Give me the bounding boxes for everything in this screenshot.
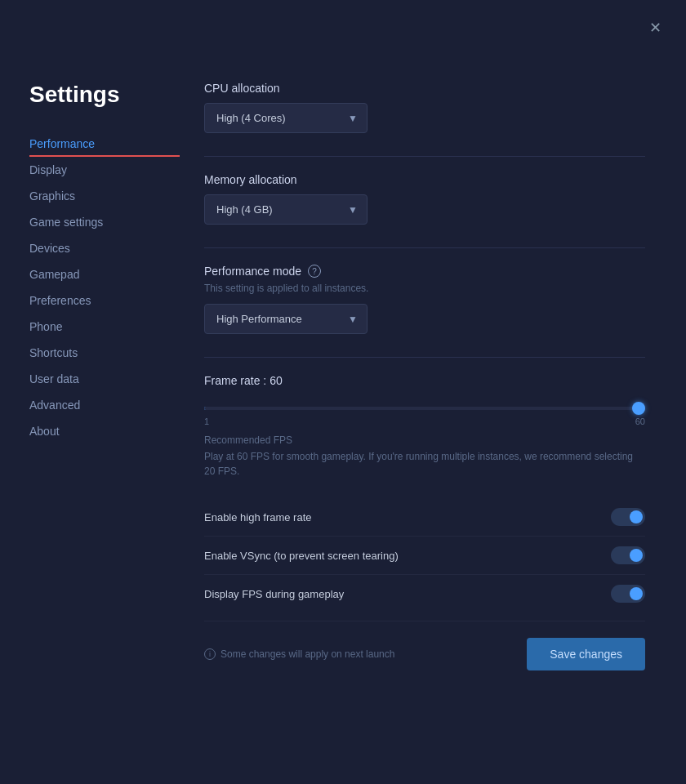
performance-mode-hint: This setting is applied to all instances… [204, 283, 645, 294]
cpu-allocation-select[interactable]: Low (1 Core) Medium (2 Cores) High (4 Co… [204, 103, 368, 133]
frame-rate-slider[interactable] [204, 407, 645, 410]
performance-mode-select-wrapper: Power Saving Balanced High Performance U… [204, 304, 368, 334]
cpu-allocation-section: CPU allocation Low (1 Core) Medium (2 Co… [204, 82, 645, 133]
notice-label: Some changes will apply on next launch [220, 648, 394, 660]
cpu-allocation-label: CPU allocation [204, 82, 645, 95]
sidebar-item-phone[interactable]: Phone [29, 314, 180, 340]
memory-allocation-label: Memory allocation [204, 173, 645, 186]
memory-allocation-select[interactable]: Low (1 GB) Medium (2 GB) High (4 GB) Ver… [204, 194, 368, 225]
frame-rate-section: Frame rate : 60 1 60 Recommended FPS Pla… [204, 374, 645, 479]
toggle-label-vsync: Enable VSync (to prevent screen tearing) [204, 550, 399, 562]
notice-icon: i [204, 648, 216, 660]
settings-container: Settings Performance Display Graphics Ga… [0, 0, 686, 784]
cpu-allocation-select-wrapper: Low (1 Core) Medium (2 Cores) High (4 Co… [204, 103, 368, 133]
sidebar-item-devices[interactable]: Devices [29, 235, 180, 261]
toggles-section: Enable high frame rate Enable VSync (to … [204, 498, 645, 612]
fps-recommended-title: Recommended FPS [204, 434, 645, 446]
help-icon[interactable]: ? [308, 265, 321, 278]
toggle-high-frame-rate[interactable] [611, 508, 645, 526]
slider-min-label: 1 [204, 416, 209, 426]
toggle-label-display-fps: Display FPS during gameplay [204, 588, 344, 600]
toggle-label-high-frame-rate: Enable high frame rate [204, 511, 312, 523]
performance-mode-label-text: Performance mode [204, 265, 301, 278]
toggle-display-fps-slider [611, 585, 645, 603]
toggle-row-high-frame-rate: Enable high frame rate [204, 498, 645, 537]
fps-recommended-desc: Play at 60 FPS for smooth gameplay. If y… [204, 449, 645, 479]
main-content: CPU allocation Low (1 Core) Medium (2 Co… [180, 49, 686, 784]
memory-allocation-select-wrapper: Low (1 GB) Medium (2 GB) High (4 GB) Ver… [204, 194, 368, 225]
sidebar-item-advanced[interactable]: Advanced [29, 392, 180, 418]
divider-1 [204, 156, 645, 157]
frame-rate-slider-wrapper [204, 399, 645, 413]
fps-info: Recommended FPS Play at 60 FPS for smoot… [204, 434, 645, 479]
toggle-vsync[interactable] [611, 546, 645, 564]
slider-max-label: 60 [635, 416, 645, 426]
divider-3 [204, 357, 645, 358]
sidebar: Settings Performance Display Graphics Ga… [0, 49, 180, 784]
divider-2 [204, 247, 645, 248]
sidebar-item-about[interactable]: About [29, 418, 180, 444]
bottom-bar: i Some changes will apply on next launch… [204, 621, 645, 687]
memory-allocation-section: Memory allocation Low (1 GB) Medium (2 G… [204, 173, 645, 225]
performance-mode-label-row: Performance mode ? [204, 265, 645, 278]
notice-text: i Some changes will apply on next launch [204, 648, 394, 660]
toggle-row-vsync: Enable VSync (to prevent screen tearing) [204, 537, 645, 575]
settings-title: Settings [29, 82, 180, 108]
toggle-display-fps[interactable] [611, 585, 645, 603]
sidebar-item-display[interactable]: Display [29, 157, 180, 183]
performance-mode-section: Performance mode ? This setting is appli… [204, 265, 645, 334]
save-changes-button[interactable]: Save changes [527, 638, 645, 670]
toggle-high-frame-rate-slider [611, 508, 645, 526]
sidebar-item-gamepad[interactable]: Gamepad [29, 261, 180, 287]
slider-range-labels: 1 60 [204, 416, 645, 426]
frame-rate-label-prefix: Frame rate : [204, 374, 270, 387]
sidebar-item-shortcuts[interactable]: Shortcuts [29, 340, 180, 366]
sidebar-item-preferences[interactable]: Preferences [29, 287, 180, 314]
sidebar-item-user-data[interactable]: User data [29, 366, 180, 392]
close-button[interactable]: ✕ [644, 16, 666, 39]
sidebar-item-performance[interactable]: Performance [29, 131, 180, 157]
performance-mode-select[interactable]: Power Saving Balanced High Performance U… [204, 304, 368, 334]
frame-rate-value: 60 [270, 374, 283, 387]
sidebar-item-graphics[interactable]: Graphics [29, 183, 180, 209]
frame-rate-title: Frame rate : 60 [204, 374, 645, 387]
toggle-row-display-fps: Display FPS during gameplay [204, 575, 645, 612]
sidebar-item-game-settings[interactable]: Game settings [29, 209, 180, 235]
toggle-vsync-slider [611, 546, 645, 564]
